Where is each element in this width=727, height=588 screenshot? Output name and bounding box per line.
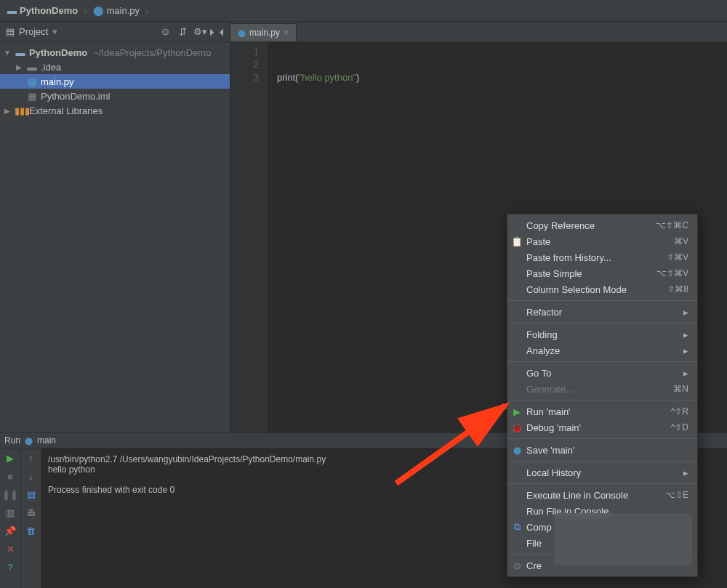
- libraries-icon: ▮▮▮: [15, 105, 26, 116]
- help-icon[interactable]: ?: [7, 562, 12, 573]
- folder-icon: ▬: [7, 5, 17, 16]
- menu-separator: [507, 400, 697, 400]
- tree-root-path: ~/IdeaProjects/PythonDemo: [93, 47, 211, 58]
- editor-tab[interactable]: ⬤ main.py ×: [230, 23, 297, 41]
- menu-separator: [507, 438, 697, 439]
- python-file-icon: ⬤: [26, 76, 38, 87]
- menu-folding[interactable]: Folding▸: [507, 326, 697, 342]
- python-file-icon: ⬤: [93, 5, 104, 16]
- compare-icon: ⧉: [511, 521, 523, 533]
- file-icon: ▦: [26, 91, 38, 102]
- locate-icon[interactable]: ⊙: [158, 25, 172, 39]
- layout-icon[interactable]: ▥: [6, 507, 15, 518]
- folder-icon: ▬: [26, 62, 38, 73]
- editor-tabbar: ⬤ main.py ×: [230, 22, 727, 42]
- tree-mainpy[interactable]: ⬤ main.py: [0, 74, 230, 89]
- line-number: 3: [230, 71, 259, 84]
- menu-copy-reference[interactable]: Copy Reference⌥⇧⌘C: [507, 217, 697, 233]
- tree-mainpy-label: main.py: [41, 76, 74, 87]
- menu-analyze[interactable]: Analyze▸: [507, 342, 697, 358]
- menu-separator: [507, 483, 697, 484]
- editor-tab-label: main.py: [249, 28, 280, 38]
- breadcrumb-project[interactable]: ▬ PythonDemo: [4, 4, 81, 17]
- menu-debug-main[interactable]: 🐞Debug 'main'^⇧D: [507, 419, 697, 435]
- expand-arrow-icon[interactable]: ▶: [3, 107, 12, 115]
- expand-arrow-icon[interactable]: ▶: [15, 63, 23, 71]
- menu-local-history[interactable]: Local History▸: [507, 464, 697, 480]
- hide-icon[interactable]: ⏵⏴: [211, 25, 224, 39]
- menu-separator: [507, 300, 697, 301]
- run-header-label: Run: [4, 435, 20, 446]
- tree-idea-label: .idea: [41, 62, 61, 73]
- project-tree: ▼ ▬ PythonDemo ~/IdeaProjects/PythonDemo…: [0, 42, 230, 432]
- line-gutter: 1 2 3: [230, 42, 267, 432]
- chevron-icon: ›: [145, 5, 148, 16]
- tree-root[interactable]: ▼ ▬ PythonDemo ~/IdeaProjects/PythonDemo: [0, 45, 230, 60]
- wrap-icon[interactable]: ▤: [27, 489, 36, 500]
- submenu-arrow-icon: ▸: [683, 368, 688, 379]
- tree-iml[interactable]: ▦ PythonDemo.iml: [0, 89, 230, 103]
- project-panel-header: ▤ Project ▾ ⊙ ⇵ ⚙▾ ⏵⏴: [0, 22, 230, 42]
- line-number: 1: [230, 45, 259, 58]
- github-icon: ⊙: [511, 560, 523, 571]
- breadcrumb: ▬ PythonDemo › ⬤ main.py ›: [0, 0, 727, 22]
- line-number: 2: [230, 58, 259, 71]
- trash-icon[interactable]: 🗑: [26, 525, 36, 536]
- close-icon[interactable]: ×: [284, 28, 289, 38]
- menu-separator: [507, 361, 697, 362]
- run-action-gutter: ▶ ■ ❚❚ ▥ 📌 ✕ ?: [0, 448, 20, 588]
- tree-idea[interactable]: ▶ ▬ .idea: [0, 60, 230, 74]
- menu-column-selection[interactable]: Column Selection Mode⇧⌘8: [507, 281, 697, 297]
- menu-run-main[interactable]: ▶Run 'main'^⇧R: [507, 403, 697, 419]
- code-line-3[interactable]: print("hello python"): [277, 71, 359, 84]
- menu-paste[interactable]: 📋Paste⌘V: [507, 233, 697, 249]
- expand-arrow-icon[interactable]: ▼: [3, 49, 12, 57]
- run-icon: ▶: [511, 406, 523, 417]
- breadcrumb-file[interactable]: ⬤ main.py: [90, 4, 143, 17]
- censored-region: [554, 513, 692, 565]
- pin-icon[interactable]: 📌: [4, 525, 16, 536]
- tree-external-label: External Libraries: [29, 105, 103, 116]
- up-icon[interactable]: ↑: [28, 453, 33, 464]
- menu-refactor[interactable]: Refactor▸: [507, 304, 697, 320]
- breadcrumb-project-label: PythonDemo: [20, 5, 78, 16]
- down-icon[interactable]: ↓: [28, 471, 33, 482]
- dropdown-icon[interactable]: ▾: [52, 26, 57, 37]
- folder-icon: ▬: [15, 47, 26, 58]
- menu-separator: [507, 461, 697, 462]
- menu-paste-history[interactable]: Paste from History...⇧⌘V: [507, 249, 697, 265]
- debug-icon: 🐞: [511, 422, 523, 433]
- menu-generate[interactable]: Generate...⌘N: [507, 381, 697, 397]
- gear-icon[interactable]: ⚙▾: [193, 25, 206, 39]
- python-file-icon: ⬤: [25, 437, 33, 445]
- paste-icon: 📋: [511, 236, 523, 247]
- submenu-arrow-icon: ▸: [683, 467, 688, 478]
- menu-save-main[interactable]: ⬤Save 'main': [507, 442, 697, 458]
- print-icon[interactable]: 🖶: [26, 507, 36, 518]
- submenu-arrow-icon: ▸: [683, 307, 688, 318]
- menu-execute-line[interactable]: Execute Line in Console⌥⇧E: [507, 487, 697, 503]
- chevron-icon: ›: [84, 5, 87, 16]
- pause-icon[interactable]: ❚❚: [2, 489, 18, 500]
- menu-paste-simple[interactable]: Paste Simple⌥⇧⌘V: [507, 265, 697, 281]
- rerun-icon[interactable]: ▶: [7, 453, 14, 464]
- python-file-icon: ⬤: [238, 29, 246, 37]
- menu-separator: [507, 323, 697, 323]
- run-output-gutter: ↑ ↓ ▤ 🖶 🗑: [20, 448, 41, 588]
- project-panel: ▤ Project ▾ ⊙ ⇵ ⚙▾ ⏵⏴ ▼ ▬ PythonDemo ~/I…: [0, 22, 230, 432]
- menu-goto[interactable]: Go To▸: [507, 365, 697, 381]
- collapse-icon[interactable]: ⇵: [176, 25, 189, 39]
- project-tool-icon: ▤: [6, 26, 15, 37]
- stop-icon[interactable]: ■: [7, 471, 13, 482]
- tree-root-label: PythonDemo: [29, 47, 87, 58]
- code-lines[interactable]: print("hello python"): [257, 45, 359, 432]
- close-icon[interactable]: ✕: [7, 544, 15, 555]
- submenu-arrow-icon: ▸: [683, 345, 688, 356]
- project-panel-title: Project: [19, 26, 48, 37]
- submenu-arrow-icon: ▸: [683, 329, 688, 340]
- tree-iml-label: PythonDemo.iml: [41, 91, 110, 102]
- breadcrumb-file-label: main.py: [107, 5, 140, 16]
- python-file-icon: ⬤: [511, 446, 523, 454]
- tree-external[interactable]: ▶ ▮▮▮ External Libraries: [0, 103, 230, 118]
- run-config-label: main: [37, 435, 56, 446]
